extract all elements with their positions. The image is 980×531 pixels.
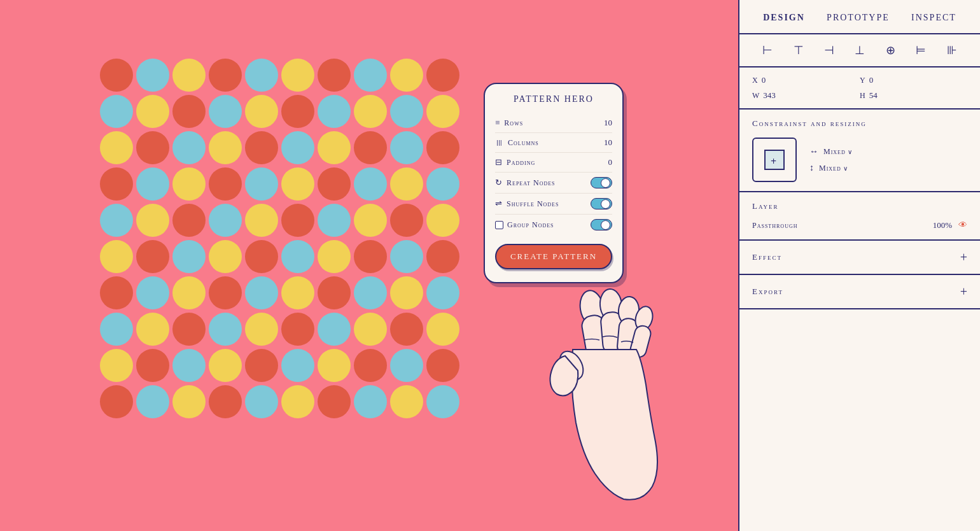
dot-item bbox=[209, 59, 242, 92]
group-nodes-row: Group Nodes bbox=[495, 215, 612, 235]
distribute-h-icon[interactable]: ⊕ bbox=[886, 43, 895, 57]
shuffle-nodes-toggle[interactable] bbox=[591, 198, 612, 209]
dot-item bbox=[209, 95, 242, 128]
columns-label: Columns bbox=[508, 138, 539, 148]
export-section[interactable]: Export + bbox=[739, 275, 980, 309]
tab-design[interactable]: Design bbox=[760, 11, 808, 24]
padding-icon: ⊟ bbox=[495, 157, 503, 167]
dot-item bbox=[390, 276, 423, 309]
plugin-card: Pattern Hero ≡ Rows 10 ⫼ Columns 10 ⊟ Pa… bbox=[484, 83, 624, 283]
dot-item bbox=[245, 349, 278, 382]
dot-item bbox=[209, 313, 242, 346]
rows-icon: ≡ bbox=[495, 118, 500, 128]
padding-label: Padding bbox=[507, 158, 535, 167]
dot-item bbox=[136, 131, 169, 164]
dot-item bbox=[318, 204, 351, 237]
dot-item bbox=[318, 240, 351, 273]
vertical-constraint-dropdown[interactable]: Mixed ∨ bbox=[819, 164, 848, 173]
dot-item bbox=[281, 276, 314, 309]
dot-item bbox=[209, 204, 242, 237]
dot-item bbox=[209, 385, 242, 418]
layer-section: Layer Passthrough 100% 👁 bbox=[739, 192, 980, 241]
group-nodes-toggle[interactable] bbox=[591, 219, 612, 230]
align-right-icon[interactable]: ⊣ bbox=[824, 43, 834, 57]
dot-item bbox=[318, 276, 351, 309]
h-field: H 54 bbox=[860, 90, 967, 101]
effect-section[interactable]: Effect + bbox=[739, 241, 980, 275]
align-bottom-icon[interactable]: ⊨ bbox=[916, 43, 926, 57]
dot-item bbox=[172, 59, 206, 92]
group-nodes-label: Group Nodes bbox=[507, 220, 554, 230]
dot-item bbox=[318, 385, 351, 418]
dot-item bbox=[318, 59, 351, 92]
align-left-icon[interactable]: ⊢ bbox=[762, 43, 773, 57]
dot-item bbox=[172, 385, 206, 418]
constraints-title: Constrainst and resizing bbox=[752, 118, 967, 129]
columns-icon: ⫼ bbox=[495, 138, 504, 148]
constraints-section: Constrainst and resizing + ↔ Mixed ∨ ↕ M… bbox=[739, 110, 980, 192]
dot-item bbox=[390, 59, 423, 92]
dot-item bbox=[100, 204, 133, 237]
rows-label: Rows bbox=[504, 118, 523, 128]
constraint-box: + bbox=[752, 138, 797, 182]
constraints-body: + ↔ Mixed ∨ ↕ Mixed ∨ bbox=[752, 138, 967, 182]
export-add-icon[interactable]: + bbox=[960, 285, 967, 298]
alignment-row: ⊢ ⊤ ⊣ ⊥ ⊕ ⊨ ⊪ bbox=[739, 34, 980, 67]
blend-mode-label[interactable]: Passthrough bbox=[752, 221, 797, 230]
x-label: X bbox=[752, 76, 758, 85]
dot-item bbox=[172, 276, 206, 309]
dot-item bbox=[426, 276, 459, 309]
tab-prototype[interactable]: Prototype bbox=[824, 11, 892, 24]
dot-item bbox=[100, 131, 133, 164]
horizontal-constraint-row: ↔ Mixed ∨ bbox=[809, 146, 967, 157]
dot-item bbox=[426, 240, 459, 273]
dot-item bbox=[354, 59, 387, 92]
vertical-constraint-row: ↕ Mixed ∨ bbox=[809, 163, 967, 173]
dot-item bbox=[390, 204, 423, 237]
distribute-v-icon[interactable]: ⊪ bbox=[947, 43, 957, 57]
dot-item bbox=[354, 131, 387, 164]
h-value[interactable]: 54 bbox=[869, 90, 878, 101]
horizontal-constraint-dropdown[interactable]: Mixed ∨ bbox=[823, 147, 853, 157]
eye-icon[interactable]: 👁 bbox=[958, 220, 967, 230]
shuffle-icon: ⇌ bbox=[495, 199, 503, 209]
right-panel: Design Prototype Inspect ⊢ ⊤ ⊣ ⊥ ⊕ ⊨ ⊪ X… bbox=[738, 0, 980, 531]
dot-item bbox=[136, 95, 169, 128]
panel-tabs: Design Prototype Inspect bbox=[739, 0, 980, 34]
dot-item bbox=[172, 240, 206, 273]
y-field: Y 0 bbox=[860, 75, 967, 85]
dot-item bbox=[281, 167, 314, 201]
dot-item bbox=[172, 95, 206, 128]
shuffle-nodes-label: Shuffle Nodes bbox=[507, 199, 559, 209]
y-value[interactable]: 0 bbox=[869, 75, 874, 85]
columns-row: ⫼ Columns 10 bbox=[495, 133, 612, 153]
align-top-icon[interactable]: ⊥ bbox=[855, 43, 865, 57]
tab-inspect[interactable]: Inspect bbox=[909, 11, 959, 24]
dot-item bbox=[426, 167, 459, 201]
dot-item bbox=[390, 95, 423, 128]
dot-item bbox=[245, 240, 278, 273]
padding-row: ⊟ Padding 0 bbox=[495, 153, 612, 173]
group-nodes-checkbox[interactable] bbox=[495, 221, 503, 229]
w-value[interactable]: 343 bbox=[763, 90, 776, 101]
dot-item bbox=[354, 276, 387, 309]
dot-item bbox=[354, 240, 387, 273]
opacity-value[interactable]: 100% bbox=[933, 220, 952, 230]
dot-item bbox=[354, 349, 387, 382]
dot-item bbox=[136, 385, 169, 418]
dot-grid bbox=[99, 57, 461, 420]
dot-item bbox=[172, 204, 206, 237]
align-center-h-icon[interactable]: ⊤ bbox=[794, 43, 804, 57]
effect-add-icon[interactable]: + bbox=[960, 251, 967, 264]
dot-item bbox=[172, 313, 206, 346]
rows-row: ≡ Rows 10 bbox=[495, 113, 612, 133]
dot-item bbox=[354, 385, 387, 418]
dot-item bbox=[136, 204, 169, 237]
opacity-row: 100% 👁 bbox=[933, 220, 967, 230]
dot-item bbox=[136, 59, 169, 92]
repeat-nodes-toggle[interactable] bbox=[591, 177, 612, 188]
repeat-nodes-row: ↻ Repeat Nodes bbox=[495, 173, 612, 194]
dot-item bbox=[100, 276, 133, 309]
x-value[interactable]: 0 bbox=[762, 75, 766, 85]
layer-title: Layer bbox=[752, 201, 967, 211]
